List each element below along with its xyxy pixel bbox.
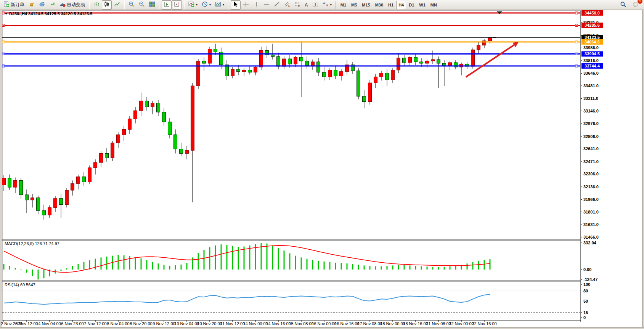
candles-layer <box>2 37 492 220</box>
trendline-tool-button[interactable] <box>272 0 282 10</box>
svg-text:9 Nov 12:00: 9 Nov 12:00 <box>153 321 175 326</box>
toolbar-separator <box>89 1 90 9</box>
svg-text:0.00: 0.00 <box>583 267 591 272</box>
chart-canvas[interactable]: 34321.034151.033986.033816.033646.033481… <box>0 0 644 329</box>
chart-title-text: DJ30-,H4 34124.5 34125.5 34120.5 34123.5 <box>9 11 92 16</box>
svg-text:6 Nov 23:00: 6 Nov 23:00 <box>61 321 84 326</box>
svg-text:33481.0: 33481.0 <box>583 83 599 88</box>
crosshair-tool-button[interactable] <box>241 0 251 10</box>
hline-34285.6[interactable] <box>2 24 580 26</box>
channel-tool-button[interactable]: E <box>282 0 292 10</box>
svg-text:14 Nov 16:00: 14 Nov 16:00 <box>266 321 291 326</box>
rsi-axis[interactable]: 1008050150 <box>581 282 590 320</box>
zoom-out-button[interactable] <box>137 0 147 10</box>
time-axis[interactable]: 2 Nov 20223 Nov 12:004 Nov 04:006 Nov 23… <box>1 320 497 326</box>
timeframe-label: M15 <box>362 3 370 7</box>
timeframe-label: M1 <box>340 3 346 7</box>
dropdown-caret-icon: ▾ <box>330 3 332 6</box>
vertical-line-tool-button[interactable] <box>251 0 261 10</box>
community-button[interactable] <box>37 0 47 10</box>
add-indicator-button[interactable]: ▾ <box>186 0 199 10</box>
timeframe-m30-button[interactable]: M30 <box>373 1 385 9</box>
zoom-out-icon <box>139 1 145 8</box>
hline-33904.5[interactable] <box>2 53 580 55</box>
trading-terminal-window: 新订单 自动交易 <box>0 0 644 329</box>
hline-33744.4[interactable] <box>2 65 580 67</box>
symbol-dropdown-icon[interactable]: ▼ <box>5 12 8 16</box>
new-order-button[interactable]: 新订单 <box>2 0 26 10</box>
line-chart-mode-button[interactable] <box>112 0 122 10</box>
svg-text:17 Nov 08:00: 17 Nov 08:00 <box>357 321 382 326</box>
cursor-tool-button[interactable] <box>231 0 241 10</box>
svg-text:-124.47: -124.47 <box>583 277 597 282</box>
timeframe-h1-button[interactable]: H1 <box>386 1 396 9</box>
svg-text:33744.4: 33744.4 <box>585 64 600 68</box>
svg-text:14 Nov 00:00: 14 Nov 00:00 <box>243 321 268 326</box>
svg-text:33646.0: 33646.0 <box>583 71 599 75</box>
timeframe-mn-button[interactable]: MN <box>428 1 439 9</box>
template-button[interactable]: ▾ <box>213 0 226 10</box>
timeframe-m15-button[interactable]: M15 <box>360 1 372 9</box>
main-toolbar: 新订单 自动交易 <box>0 0 644 10</box>
svg-text:80: 80 <box>583 289 588 293</box>
timeframe-d1-button[interactable]: D1 <box>406 1 416 9</box>
timeframe-w1-button[interactable]: W1 <box>417 1 428 9</box>
gold-bar-icon <box>29 1 35 8</box>
arrows-tool-button[interactable]: ▾ <box>321 0 334 10</box>
text-label-icon: T <box>312 1 318 8</box>
new-order-icon <box>3 1 10 8</box>
period-button[interactable]: ▾ <box>200 0 213 10</box>
svg-text:34064.6: 34064.6 <box>585 40 600 44</box>
bar-chart-mode-button[interactable] <box>92 0 101 10</box>
macd-axis[interactable]: 332.040.00-124.47 <box>581 241 597 282</box>
chart-shift-button[interactable] <box>172 0 182 10</box>
svg-text:33816.0: 33816.0 <box>583 58 599 63</box>
svg-text:34450.0: 34450.0 <box>585 11 600 15</box>
svg-text:3 Nov 12:00: 3 Nov 12:00 <box>15 321 38 326</box>
svg-text:8 Nov 20:00: 8 Nov 20:00 <box>130 321 152 326</box>
svg-text:16 Nov 00:00: 16 Nov 00:00 <box>312 321 336 326</box>
timeframe-h4-button[interactable]: H4 <box>396 1 406 9</box>
market-watch-button[interactable] <box>27 0 37 10</box>
svg-text:34285.6: 34285.6 <box>585 23 600 27</box>
timeframe-label: M30 <box>375 3 383 7</box>
timeframe-m1-button[interactable]: M1 <box>338 1 348 9</box>
price-badge-34285.6: 34285.6 <box>581 22 603 28</box>
hline-34064.6[interactable] <box>2 41 580 43</box>
chart-shift-icon <box>174 1 180 8</box>
timeframe-label: H4 <box>398 3 404 7</box>
fibonacci-tool-button[interactable]: F <box>292 0 302 10</box>
text-label-tool-button[interactable]: T <box>310 0 320 10</box>
cloud-icon <box>39 1 45 8</box>
timeframe-label: H1 <box>388 3 393 7</box>
bar-chart-icon <box>93 1 100 8</box>
notifications-button[interactable]: 1 <box>631 0 641 10</box>
candlestick-mode-button[interactable] <box>102 0 112 10</box>
horizontal-line-tool-button[interactable] <box>262 0 271 10</box>
svg-text:32806.0: 32806.0 <box>583 134 599 139</box>
svg-text:33986.0: 33986.0 <box>583 45 599 50</box>
svg-text:10 Nov 04:00: 10 Nov 04:00 <box>174 321 199 326</box>
auto-trading-label: 自动交易 <box>67 2 85 8</box>
timeframe-m5-button[interactable]: M5 <box>349 1 359 9</box>
price-badge-34064.6: 34064.6 <box>581 39 603 45</box>
search-button[interactable] <box>618 0 628 10</box>
price-badge-33904.5: 33904.5 <box>581 51 603 56</box>
vertical-line-icon <box>253 1 259 8</box>
timeframe-label: W1 <box>419 3 426 7</box>
svg-text:15 Nov 08:00: 15 Nov 08:00 <box>289 321 313 326</box>
svg-text:4 Nov 04:00: 4 Nov 04:00 <box>38 321 61 326</box>
text-tool-button[interactable]: A <box>303 0 310 10</box>
macd-histogram <box>3 243 491 279</box>
text-icon: A <box>305 2 308 8</box>
add-indicator-icon <box>188 1 194 8</box>
auto-trading-button[interactable]: 自动交易 <box>58 0 87 10</box>
svg-text:15: 15 <box>583 310 588 315</box>
dropdown-caret-icon: ▾ <box>209 3 211 6</box>
signals-button[interactable] <box>47 0 57 10</box>
search-icon <box>620 1 626 9</box>
zoom-in-button[interactable] <box>127 0 137 10</box>
auto-scroll-button[interactable] <box>162 0 172 10</box>
svg-text:34123.5: 34123.5 <box>585 35 600 40</box>
tile-windows-button[interactable] <box>147 0 157 10</box>
